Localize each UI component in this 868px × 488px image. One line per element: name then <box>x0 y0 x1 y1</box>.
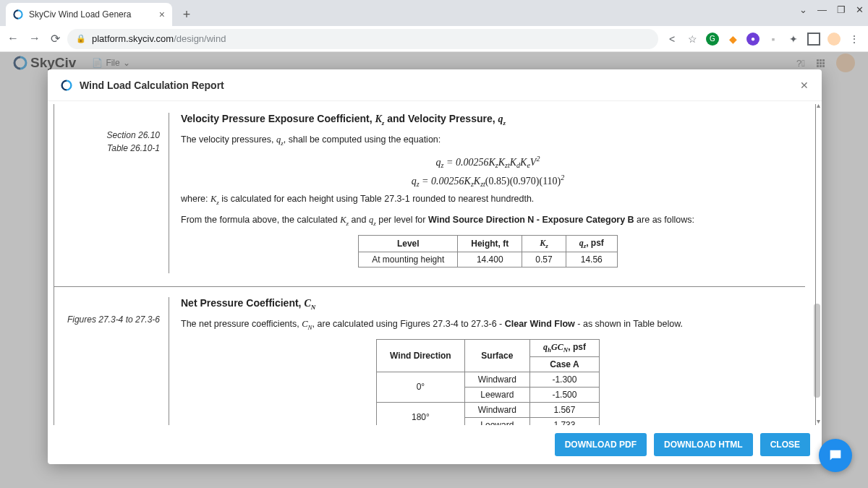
ext-purple-icon[interactable]: ● <box>746 33 760 46</box>
cell: Windward <box>464 402 529 417</box>
ref-line-2: Table 26.10-1 <box>64 142 160 155</box>
ext-grey-icon[interactable]: ▪ <box>767 33 780 46</box>
text-part: From the formula above, the calculated <box>181 215 340 225</box>
download-html-button[interactable]: DOWNLOAD HTML <box>654 433 753 456</box>
browser-tab-strip: SkyCiv Wind Load Genera × + ⌄ — ❐ ✕ <box>0 0 868 26</box>
section-reference: Figures 27.3-4 to 27.3-6 <box>64 297 169 425</box>
th-height: Height, ft <box>458 235 522 252</box>
cell: 14.400 <box>458 252 522 267</box>
cell: Leeward <box>464 417 529 425</box>
chat-widget-button[interactable] <box>819 439 852 472</box>
table-row: At mounting height 14.400 0.57 14.56 <box>359 252 618 267</box>
th-case-top: qhGCN, psf <box>530 340 600 356</box>
table-row: Level Height, ft Kz qz, psf <box>359 235 618 252</box>
url-path: /design/wind <box>174 33 226 44</box>
section-title: Velocity Pressure Exposure Coefficient, … <box>181 113 795 127</box>
formula-const: = 0.00256 <box>446 157 488 168</box>
modal-title-text: Wind Load Calculation Report <box>80 80 224 91</box>
download-pdf-button[interactable]: DOWNLOAD PDF <box>555 433 647 456</box>
where-text: where: Kz is calculated for each height … <box>181 193 795 207</box>
th-kz: Kz <box>522 235 566 252</box>
intro-text: The velocity pressures, qz, shall be com… <box>181 134 795 147</box>
cell: -1.300 <box>530 372 600 387</box>
profile-avatar[interactable] <box>827 33 841 46</box>
modal-footer: DOWNLOAD PDF DOWNLOAD HTML CLOSE <box>48 425 822 464</box>
report-body: ▴ ▾ Section 26.10 Table 26.10-1 Velocity… <box>48 101 822 425</box>
section-reference: Section 26.10 Table 26.10-1 <box>64 113 169 273</box>
th-winddir: Wind Direction <box>377 340 465 372</box>
new-tab-button[interactable]: + <box>176 4 197 25</box>
text-part: is calculated for each height using Tabl… <box>219 194 535 204</box>
velocity-table: Level Height, ft Kz qz, psf At mounting … <box>358 235 618 267</box>
address-bar[interactable]: 🔒 platform.skyciv.com/design/wind <box>67 29 658 49</box>
extension-icons: < ☆ G ◆ ● ▪ ✦ ⋮ <box>665 33 861 46</box>
formula-substituted: qz = 0.00256KzKzt(0.85)(0.970)(110)2 <box>181 174 795 188</box>
modal-close-icon[interactable]: ✕ <box>800 80 809 91</box>
cell: Leeward <box>464 387 529 402</box>
scroll-down-icon[interactable]: ▾ <box>817 417 820 425</box>
url-bar: ← → ⟳ 🔒 platform.skyciv.com/design/wind … <box>0 26 868 52</box>
browser-tab[interactable]: SkyCiv Wind Load Genera × <box>6 3 172 26</box>
th-surface: Surface <box>464 340 529 372</box>
section-divider <box>54 286 805 287</box>
pressure-table: Wind Direction Surface qhGCN, psf Case A… <box>376 339 600 425</box>
text-part: and <box>349 215 369 225</box>
ref-line: Figures 27.3-4 to 27.3-6 <box>64 313 160 326</box>
extensions-icon[interactable]: ✦ <box>787 33 800 46</box>
text-part: , shall be computed using the equation: <box>284 134 441 145</box>
text-part: The net pressure coefficients, <box>181 319 302 329</box>
modal-header: Wind Load Calculation Report ✕ <box>48 69 822 101</box>
section-velocity-pressure: Section 26.10 Table 26.10-1 Velocity Pre… <box>64 113 795 273</box>
table-row: Wind Direction Surface qhGCN, psf <box>377 340 600 356</box>
forward-icon[interactable]: → <box>29 32 41 46</box>
close-window-icon[interactable]: ✕ <box>856 4 864 15</box>
restore-icon[interactable]: ❐ <box>837 4 846 15</box>
back-icon[interactable]: ← <box>7 32 19 46</box>
cell: 1.567 <box>530 402 600 417</box>
text-bold: Clear Wind Flow <box>505 319 575 329</box>
reload-icon[interactable]: ⟳ <box>51 32 60 46</box>
lock-icon: 🔒 <box>76 34 86 43</box>
tab-title: SkyCiv Wind Load Genera <box>29 9 131 20</box>
table-row: 0° Windward -1.300 <box>377 372 600 387</box>
kebab-menu-icon[interactable]: ⋮ <box>848 33 861 46</box>
minimize-icon[interactable]: — <box>817 4 827 15</box>
share-icon[interactable]: < <box>665 33 678 46</box>
title-part: and Velocity Pressure, <box>384 113 498 124</box>
ext-square-icon[interactable] <box>807 33 820 46</box>
cell: -1.500 <box>530 387 600 402</box>
text-part: The velocity pressures, <box>181 134 276 145</box>
chevron-down-icon[interactable]: ⌄ <box>799 4 807 15</box>
window-controls: ⌄ — ❐ ✕ <box>799 4 864 15</box>
intro-text: The net pressure coefficients, CN, are c… <box>181 318 795 332</box>
cell: 0° <box>377 372 465 402</box>
ref-line-1: Section 26.10 <box>64 129 160 142</box>
cell: 180° <box>377 402 465 425</box>
close-button[interactable]: CLOSE <box>760 433 810 456</box>
url-host: platform.skyciv.com <box>92 33 174 44</box>
title-part: Velocity Pressure Exposure Coefficient, <box>181 113 375 124</box>
text-part: - as shown in Table below. <box>575 319 683 329</box>
tab-close-icon[interactable]: × <box>159 9 165 20</box>
bookmark-star-icon[interactable]: ☆ <box>686 33 699 46</box>
ext-metamask-icon[interactable]: ◆ <box>726 33 739 46</box>
text-part: per level for <box>376 215 428 225</box>
text-part: where: <box>181 194 210 204</box>
ext-green-icon[interactable]: G <box>706 33 719 46</box>
th-qz: qz, psf <box>566 235 617 252</box>
text-bold: Wind Source Direction N - Exposure Categ… <box>428 215 634 225</box>
skyciv-icon <box>61 80 72 91</box>
cell: 14.56 <box>566 252 617 267</box>
text-part: are as follows: <box>634 215 694 225</box>
report-modal: Wind Load Calculation Report ✕ ▴ ▾ Secti… <box>48 69 822 464</box>
cell: Windward <box>464 372 529 387</box>
section-title: Net Pressure Coefficient, CN <box>181 297 795 311</box>
formula-const: = 0.00256 <box>422 176 464 187</box>
scroll-up-icon[interactable]: ▴ <box>817 101 820 109</box>
skyciv-favicon <box>13 9 23 20</box>
title-part: Net Pressure Coefficient, <box>181 297 304 309</box>
cell: At mounting height <box>359 252 458 267</box>
th-level: Level <box>359 235 458 252</box>
text-part: , psf <box>586 238 604 248</box>
th-case-bot: Case A <box>530 356 600 372</box>
